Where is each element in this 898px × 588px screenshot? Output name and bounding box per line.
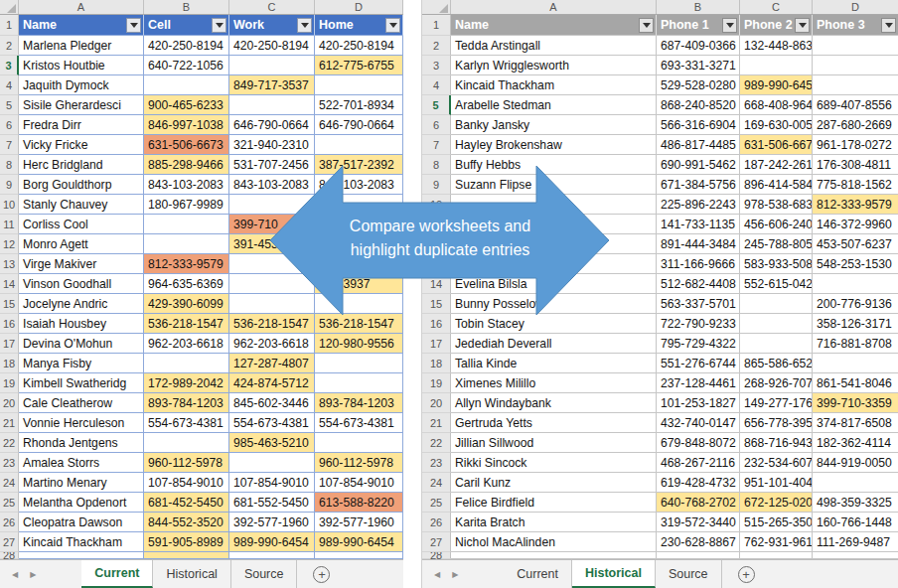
cell-c25[interactable]: 681-552-5450 xyxy=(229,493,315,513)
sheet-tab-historical[interactable]: Historical xyxy=(153,560,230,588)
cell-b8[interactable]: 690-991-5462 xyxy=(657,155,740,175)
cell-d7[interactable] xyxy=(315,135,403,155)
sheet-tab-source[interactable]: Source xyxy=(656,560,722,588)
cell-d4[interactable] xyxy=(813,75,898,95)
cell-c7[interactable]: 321-940-2310 xyxy=(229,135,315,155)
row-header-16[interactable]: 16 xyxy=(422,314,451,334)
cell-a28[interactable] xyxy=(19,552,144,559)
cell-c22[interactable]: 868-716-9431 xyxy=(740,433,813,453)
cell-b26[interactable]: 844-552-3520 xyxy=(144,513,229,532)
row-header-4[interactable]: 4 xyxy=(0,75,19,95)
cell-c7[interactable]: 631-506-6673 xyxy=(740,135,813,155)
row-header-6[interactable]: 6 xyxy=(0,115,19,135)
cell-d12[interactable]: 453-507-6237 xyxy=(813,234,898,254)
column-letter-a[interactable]: A xyxy=(451,0,657,14)
row-header-17[interactable]: 17 xyxy=(422,334,451,354)
cell-c19[interactable]: 424-874-5712 xyxy=(229,373,315,393)
row-header-1[interactable]: 1 xyxy=(422,15,451,36)
cell-c5[interactable] xyxy=(229,95,315,115)
row-header-22[interactable]: 22 xyxy=(0,433,19,453)
cell-c2[interactable]: 132-448-8634 xyxy=(740,36,813,56)
row-header-20[interactable]: 20 xyxy=(422,393,451,413)
cell-a8[interactable]: Herc Bridgland xyxy=(19,155,144,175)
cell-a10[interactable]: Stanly Chauvey xyxy=(19,195,144,215)
cell-d3[interactable] xyxy=(813,56,898,75)
cell-d6[interactable]: 287-680-2669 xyxy=(813,115,898,135)
cell-b4[interactable]: 529-528-0280 xyxy=(657,75,740,95)
cell-d22[interactable] xyxy=(315,433,403,453)
cell-b26[interactable]: 319-572-3440 xyxy=(657,513,740,532)
cell-d20[interactable]: 399-710-3359 xyxy=(813,393,898,413)
row-header-25[interactable]: 25 xyxy=(0,493,19,513)
cell-d9[interactable]: 775-818-1562 xyxy=(813,175,898,195)
cell-c6[interactable]: 646-790-0664 xyxy=(229,115,315,135)
cell-d23[interactable]: 844-919-0050 xyxy=(813,453,898,473)
column-letter-d[interactable]: D xyxy=(813,0,898,14)
cell-c27[interactable]: 762-931-9615 xyxy=(740,532,813,552)
row-header-28[interactable]: 28 xyxy=(422,552,451,559)
row-header-23[interactable]: 23 xyxy=(422,453,451,473)
filter-dropdown-phone-2[interactable] xyxy=(795,18,810,33)
cell-c18[interactable]: 127-287-4807 xyxy=(229,354,315,373)
cell-b25[interactable]: 640-768-2702 xyxy=(657,493,740,513)
cell-d26[interactable]: 392-577-1960 xyxy=(315,513,403,532)
cell-a2[interactable]: Tedda Arstingall xyxy=(451,36,657,56)
cell-a24[interactable]: Caril Kunz xyxy=(451,473,657,493)
cell-a4[interactable]: Jaquith Dymock xyxy=(19,75,144,95)
column-letter-b[interactable]: B xyxy=(144,0,229,14)
add-sheet-button[interactable]: + xyxy=(738,566,755,583)
cell-d15[interactable]: 200-776-9136 xyxy=(813,294,898,314)
cell-a6[interactable]: Fredra Dirr xyxy=(19,115,144,135)
cell-d13[interactable]: 548-253-1530 xyxy=(813,254,898,274)
row-header-5[interactable]: 5 xyxy=(0,95,19,115)
cell-a18[interactable]: Tallia Kinde xyxy=(451,354,657,373)
select-all-corner[interactable] xyxy=(422,0,451,14)
header-name[interactable]: Name xyxy=(451,15,657,36)
cell-a25[interactable]: Felice Birdfield xyxy=(451,493,657,513)
row-header-21[interactable]: 21 xyxy=(0,413,19,433)
cell-b3[interactable]: 693-331-3271 xyxy=(657,56,740,75)
filter-dropdown-name[interactable] xyxy=(639,18,654,33)
cell-c4[interactable]: 849-717-3537 xyxy=(229,75,315,95)
cell-d24[interactable] xyxy=(813,473,898,493)
cell-c9[interactable]: 896-414-5840 xyxy=(740,175,813,195)
cell-a7[interactable]: Hayley Brokenshaw xyxy=(451,135,657,155)
cell-c25[interactable]: 672-125-0209 xyxy=(740,493,813,513)
header-work[interactable]: Work xyxy=(229,15,315,36)
cell-c23[interactable] xyxy=(229,453,315,473)
cell-b23[interactable]: 468-267-2116 xyxy=(657,453,740,473)
cell-b27[interactable]: 591-905-8989 xyxy=(144,532,229,552)
row-header-22[interactable]: 22 xyxy=(422,433,451,453)
cell-b17[interactable]: 962-203-6618 xyxy=(144,334,229,354)
sheet-nav-prev-icon[interactable]: ◀ xyxy=(12,570,18,579)
cell-c12[interactable]: 245-788-8055 xyxy=(740,234,813,254)
cell-d21[interactable]: 374-817-6508 xyxy=(813,413,898,433)
cell-a22[interactable]: Jillian Sillwood xyxy=(451,433,657,453)
sheet-nav-next-icon[interactable]: ▶ xyxy=(452,570,458,579)
cell-b4[interactable] xyxy=(144,75,229,95)
cell-a4[interactable]: Kincaid Thackham xyxy=(451,75,657,95)
cell-c21[interactable]: 554-673-4381 xyxy=(229,413,315,433)
cell-d3[interactable]: 612-775-6755 xyxy=(315,56,403,75)
cell-c13[interactable]: 583-933-5088 xyxy=(740,254,813,274)
cell-a3[interactable]: Karlyn Wrigglesworth xyxy=(451,56,657,75)
cell-b18[interactable]: 551-276-6744 xyxy=(657,354,740,373)
column-letter-c[interactable]: C xyxy=(740,0,813,14)
row-header-20[interactable]: 20 xyxy=(0,393,19,413)
cell-c23[interactable]: 232-534-6074 xyxy=(740,453,813,473)
column-letter-a[interactable]: A xyxy=(19,0,144,14)
cell-b11[interactable] xyxy=(144,215,229,234)
cell-a15[interactable]: Jocelyne Andric xyxy=(19,294,144,314)
cell-c24[interactable]: 951-101-4043 xyxy=(740,473,813,493)
cell-b5[interactable]: 868-240-8520 xyxy=(657,95,740,115)
cell-b6[interactable]: 566-316-6904 xyxy=(657,115,740,135)
row-header-26[interactable]: 26 xyxy=(0,513,19,532)
cell-c24[interactable]: 107-854-9010 xyxy=(229,473,315,493)
row-header-8[interactable]: 8 xyxy=(0,155,19,175)
row-header-4[interactable]: 4 xyxy=(422,75,451,95)
row-header-16[interactable]: 16 xyxy=(0,314,19,334)
cell-a23[interactable]: Rikki Sincock xyxy=(451,453,657,473)
header-home[interactable]: Home xyxy=(315,15,403,36)
sheet-tab-current[interactable]: Current xyxy=(81,560,153,588)
cell-d17[interactable]: 120-980-9556 xyxy=(315,334,403,354)
